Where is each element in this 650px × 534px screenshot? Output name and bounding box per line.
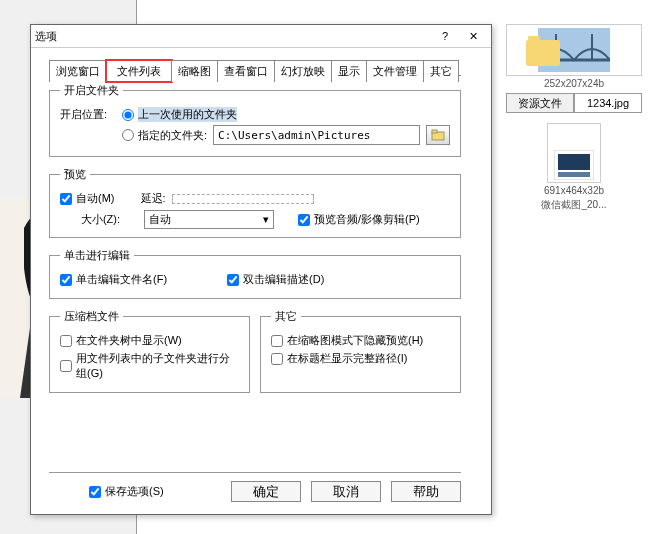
ok-button[interactable]: 确定 <box>231 481 301 502</box>
chk-groupsub[interactable]: 用文件列表中的子文件夹进行分组(G) <box>60 351 239 381</box>
size-select[interactable]: 自动▾ <box>144 210 274 229</box>
thumb-dim-1: 252x207x24b <box>506 78 642 89</box>
cancel-button[interactable]: 取消 <box>311 481 381 502</box>
thumb-name-2: 微信截图_20... <box>506 198 642 212</box>
browse-button[interactable] <box>426 125 450 145</box>
tab-thumb[interactable]: 缩略图 <box>171 60 218 82</box>
chk-showtree[interactable]: 在文件夹树中显示(W) <box>60 333 182 348</box>
tab-view[interactable]: 查看窗口 <box>217 60 275 82</box>
tab-filelist[interactable]: 文件列表 <box>106 60 172 82</box>
side-tab-resources[interactable]: 资源文件 <box>506 93 574 113</box>
radio-specific[interactable]: 指定的文件夹: <box>122 128 207 143</box>
chk-hidethumb[interactable]: 在缩略图模式下隐藏预览(H) <box>271 333 423 348</box>
group-clickedit: 单击进行编辑 单击编辑文件名(F) 双击编辑描述(D) <box>49 248 461 299</box>
group-archive: 压缩档文件 在文件夹树中显示(W) 用文件列表中的子文件夹进行分组(G) <box>49 309 250 393</box>
folder-icon <box>526 40 560 66</box>
help-button[interactable]: 帮助 <box>391 481 461 502</box>
path-input[interactable]: C:\Users\admin\Pictures <box>213 125 420 145</box>
legend-click: 单击进行编辑 <box>60 248 134 263</box>
tab-bar: 浏览窗口 文件列表 缩略图 查看窗口 幻灯放映 显示 文件管理 其它 <box>49 60 491 82</box>
tab-browse[interactable]: 浏览窗口 <box>49 60 107 82</box>
chk-save-options[interactable]: 保存选项(S) <box>89 484 164 499</box>
group-other: 其它 在缩略图模式下隐藏预览(H) 在标题栏显示完整路径(I) <box>260 309 461 393</box>
chevron-down-icon: ▾ <box>263 213 269 226</box>
group-preview: 预览 自动(M) 延迟: 大小(Z): 自动▾ 预览音频/影像剪辑(P) <box>49 167 461 238</box>
chk-fullpath[interactable]: 在标题栏显示完整路径(I) <box>271 351 407 366</box>
legend-start: 开启文件夹 <box>60 83 123 98</box>
svg-rect-13 <box>432 130 437 133</box>
tab-slideshow[interactable]: 幻灯放映 <box>274 60 332 82</box>
legend-other: 其它 <box>271 309 301 324</box>
legend-archive: 压缩档文件 <box>60 309 123 324</box>
chk-editname[interactable]: 单击编辑文件名(F) <box>60 272 167 287</box>
label-start: 开启位置: <box>60 107 116 122</box>
options-dialog: 选项 ? ✕ 浏览窗口 文件列表 缩略图 查看窗口 幻灯放映 显示 文件管理 其… <box>30 24 492 515</box>
side-tab-file[interactable]: 1234.jpg <box>574 93 642 113</box>
close-icon[interactable]: ✕ <box>459 25 487 47</box>
chk-auto[interactable]: 自动(M) <box>60 191 115 206</box>
delay-slider[interactable] <box>172 194 314 204</box>
thumbnail-wechat[interactable] <box>547 123 601 183</box>
radio-lastfolder[interactable]: 上一次使用的文件夹 <box>122 107 237 122</box>
tab-other[interactable]: 其它 <box>423 60 459 82</box>
tab-filemgmt[interactable]: 文件管理 <box>366 60 424 82</box>
legend-preview: 预览 <box>60 167 90 182</box>
dialog-title: 选项 <box>35 29 431 44</box>
help-icon[interactable]: ? <box>431 25 459 47</box>
chk-editdesc[interactable]: 双击编辑描述(D) <box>227 272 324 287</box>
group-start: 开启文件夹 开启位置: 上一次使用的文件夹 指定的文件夹: C:\Users\a… <box>49 83 461 157</box>
chk-avclip[interactable]: 预览音频/影像剪辑(P) <box>298 212 420 227</box>
tab-display[interactable]: 显示 <box>331 60 367 82</box>
label-delay: 延迟: <box>141 191 166 206</box>
svg-rect-10 <box>558 154 590 170</box>
label-size: 大小(Z): <box>60 212 120 227</box>
svg-rect-11 <box>558 172 590 177</box>
thumb-dim-2: 691x464x32b <box>506 185 642 196</box>
